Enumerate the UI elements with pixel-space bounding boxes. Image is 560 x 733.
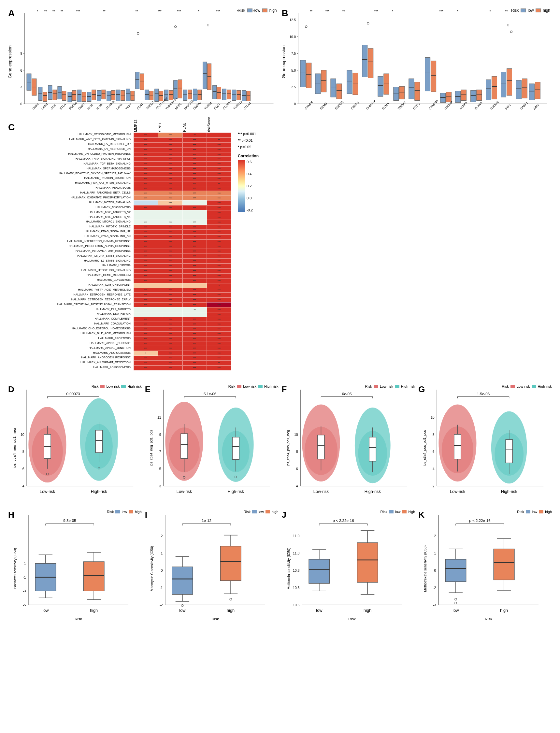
svg-rect-34 [53,90,57,100]
svg-text:6: 6 [20,69,22,72]
svg-text:p < 2.22e-16: p < 2.22e-16 [469,518,491,523]
svg-rect-373 [83,562,104,591]
panel-k: K Risk low high Methotrexate sensitivity… [417,508,553,625]
violin-row-defg: D Risk Low-risk High-risk ips_ctla4_neg_… [7,383,553,507]
heatmap-row-label-6: HALLMARK_TGF_BETA_SIGNALING [7,162,132,165]
heatmap-cell-33-3: *** [207,293,231,297]
heatmap-cell-34-3: *** [207,297,231,302]
svg-text:high: high [227,608,235,613]
heatmap-cell-30-3: *** [207,278,231,283]
heatmap-cell-7-2: *** [182,166,207,171]
heatmap-cell-38-1: *** [158,317,182,322]
heatmap-cell-23-2: *** [182,244,207,249]
svg-text:0: 0 [434,568,436,572]
panel-b-legend-low-box [521,8,526,12]
heatmap-row-label-45: HALLMARK_ANGIOGENESIS [7,351,132,354]
heatmap-row-42: ************ [134,336,231,341]
svg-text:6e-05: 6e-05 [342,392,352,396]
color-scale-labels: 0.6 0.4 0.2 0.0 -0.2 [245,160,253,212]
heatmap-cell-13-3: *** [207,196,231,201]
heatmap-cell-27-1: *** [158,264,182,268]
heatmap-row-label-3: HALLMARK_UV_RESPONSE_DN [7,147,132,151]
svg-text:GSDME: GSDME [334,100,344,110]
svg-text:8: 8 [22,450,24,453]
heatmap-row-labels: HALLMARK_XENOBIOTIC_METABOLISM HALLMARK_… [7,132,134,370]
heatmap-cells: ****************************************… [134,133,231,370]
svg-text:NRP1: NRP1 [174,102,182,110]
heatmap-cell-13-2: *** [182,196,207,201]
heatmap-row-27: ************ [134,264,231,268]
heatmap-row-11: ************ [134,186,231,191]
heatmap-cell-18-2: *** [182,220,207,225]
heatmap-cell-29-3: *** [207,273,231,278]
heatmap-cell-1-0: *** [134,137,158,142]
svg-text:-3: -3 [433,603,436,607]
heatmap-row-21: *********** [134,235,231,239]
svg-rect-226 [529,84,534,100]
heatmap-cell-14-0 [134,200,158,205]
heatmap-cell-6-1: *** [158,162,182,166]
heatmap-row-label-27: HALLMARK_HYPOXIA [7,264,132,267]
heatmap-cell-35-2: *** [182,302,207,307]
svg-rect-170 [315,74,320,94]
svg-text:high: high [500,608,508,613]
panel-k-legend: Risk low high [517,510,552,514]
heatmap-row-14: ****** [134,200,231,205]
heatmap-cell-31-1 [158,283,182,288]
heatmap-cell-24-2: *** [182,249,207,254]
heatmap-row-label-48: HALLMARK_ADIPOGENESIS [7,366,132,369]
heatmap-cell-48-1: *** [158,366,182,370]
svg-rect-324 [369,437,376,461]
heatmap-cell-24-0: *** [134,249,158,254]
svg-text:***: *** [76,9,80,13]
heatmap-row-16: *** [134,210,231,215]
svg-text:low: low [179,608,186,613]
heatmap-cell-34-2: *** [182,297,207,302]
heatmap-cell-26-0: *** [134,259,158,264]
svg-text:***: *** [216,9,220,13]
svg-text:***: *** [325,9,329,13]
panel-i-chart: Mitomycin C sensitivity (IC50) -2 -1 0 1… [143,508,280,625]
svg-text:2: 2 [434,534,436,538]
color-scale-0: 0.0 [247,196,253,200]
svg-rect-66 [131,91,135,101]
panel-d-legend: Risk Low-risk High-risk [92,384,142,388]
heatmap-row-40: ************ [134,327,231,332]
svg-text:Risk: Risk [348,617,356,621]
panel-b-label: B [282,8,288,19]
panel-j-label: J [282,510,286,520]
heatmap-row-9: ************ [134,176,231,181]
heatmap-cell-47-3: ** [207,361,231,366]
svg-rect-60 [116,90,120,101]
heatmap-cell-22-2: *** [182,239,207,244]
heatmap-cell-22-3: *** [207,239,231,244]
heatmap-cell-44-1: *** [158,346,182,351]
svg-text:TNFS4: TNFS4 [204,101,212,110]
heatmap-row-45: ********** [134,351,231,356]
svg-text:1.5e-06: 1.5e-06 [477,392,490,396]
heatmap-row-15: ************ [134,205,231,210]
heatmap-cell-43-2: *** [182,341,207,346]
svg-text:Gene expression: Gene expression [281,45,286,78]
svg-text:Low-risk: Low-risk [177,489,192,494]
svg-text:GZMA: GZMA [381,102,390,110]
svg-text:2: 2 [161,534,163,538]
heatmap-row-label-8: HALLMARK_REACTIVE_OXYGEN_SPECIES_PATHWAY [7,172,132,175]
svg-rect-72 [145,90,149,100]
heatmap-cell-19-1: *** [158,225,182,230]
heatmap-row-44: ************ [134,346,231,351]
svg-point-141 [207,24,209,26]
heatmap-row-13: ************ [134,196,231,201]
heatmap-row-label-0: HALLMARK_XENOBIOTIC_METABOLISM [7,133,132,136]
heatmap-row-label-30: HALLMARK_GLYCOLYSIS [7,278,132,281]
svg-text:-2: -2 [433,586,436,590]
legend-high-label: high [269,8,277,13]
svg-text:Metformin sensitivity (IC50): Metformin sensitivity (IC50) [286,548,290,589]
heatmap-cell-0-1: *** [158,133,182,137]
heatmap-row-43: ************ [134,341,231,346]
svg-text:8: 8 [296,450,298,453]
heatmap-cell-8-2: *** [182,171,207,176]
svg-text:CD20R1: CD20R1 [222,100,232,110]
heatmap-cell-16-2 [182,210,207,215]
svg-text:HAVCR2: HAVCR2 [183,100,194,110]
